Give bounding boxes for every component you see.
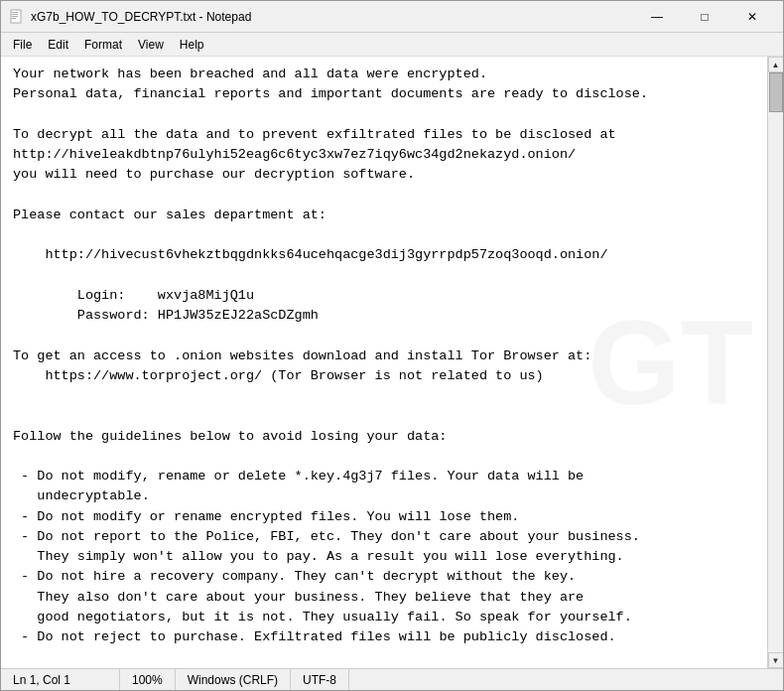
svg-rect-3 <box>12 16 18 17</box>
title-bar: xG7b_HOW_TO_DECRYPT.txt - Notepad — □ ✕ <box>1 1 783 33</box>
svg-rect-1 <box>12 12 18 13</box>
scrollbar-thumb[interactable] <box>769 72 783 112</box>
notepad-window: xG7b_HOW_TO_DECRYPT.txt - Notepad — □ ✕ … <box>0 0 784 691</box>
svg-rect-2 <box>12 14 18 15</box>
minimize-button[interactable]: — <box>634 2 680 32</box>
close-button[interactable]: ✕ <box>729 2 775 32</box>
menu-file[interactable]: File <box>5 36 40 54</box>
window-controls: — □ ✕ <box>634 2 775 32</box>
window-title: xG7b_HOW_TO_DECRYPT.txt - Notepad <box>31 10 634 24</box>
status-bar: Ln 1, Col 1 100% Windows (CRLF) UTF-8 <box>1 668 783 690</box>
maximize-button[interactable]: □ <box>682 2 727 32</box>
menu-edit[interactable]: Edit <box>40 36 76 54</box>
scrollbar-track[interactable] <box>768 72 784 652</box>
content-area: Your network has been breached and all d… <box>1 57 783 668</box>
app-icon <box>9 9 25 25</box>
encoding: UTF-8 <box>291 669 349 690</box>
menu-help[interactable]: Help <box>172 36 212 54</box>
scroll-down-button[interactable]: ▼ <box>768 652 784 668</box>
scroll-up-button[interactable]: ▲ <box>768 57 784 72</box>
text-editor[interactable]: Your network has been breached and all d… <box>1 57 767 668</box>
menu-bar: File Edit Format View Help <box>1 33 783 57</box>
scrollbar[interactable]: ▲ ▼ <box>767 57 783 668</box>
svg-rect-4 <box>12 18 16 19</box>
cursor-position: Ln 1, Col 1 <box>1 669 120 690</box>
menu-view[interactable]: View <box>130 36 172 54</box>
menu-format[interactable]: Format <box>76 36 130 54</box>
line-ending: Windows (CRLF) <box>176 669 291 690</box>
zoom-level: 100% <box>120 669 176 690</box>
